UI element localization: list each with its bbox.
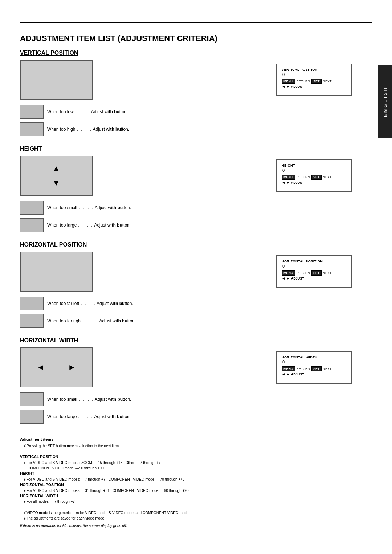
notes-hw-text: ¥ For all modes: —7 through +7 [24,499,356,504]
section-title-horizontal-position: HORIZONTAL POSITION [20,241,356,248]
example-row-vp-high: When too high．．．．Adjust with button. [20,122,143,136]
screen-panel-horizontal-width: HORIZONTAL WIDTH 0 MENU RETURN SET NEXT … [276,351,356,384]
screen-buttons-hw: MENU RETURN SET NEXT [282,366,346,371]
screen-box-horizontal-width: HORIZONTAL WIDTH 0 MENU RETURN SET NEXT … [276,351,352,384]
small-box-h-small [20,201,44,215]
side-tab: ENGLISH [378,65,392,138]
screen-label-hw: HORIZONTAL WIDTH [282,355,346,359]
arrow-right-hw-screen: ► [286,372,290,376]
side-tab-label: ENGLISH [383,86,388,117]
example-row-hp-left: When too far left．．．．Adjust with button. [20,297,143,310]
example-row-vp-low: When too low．．．．Adjust with button. [20,105,143,119]
arrow-up-height: ▲ [52,164,60,172]
page-container: ENGLISH ADJUSTMENT ITEM LIST (ADJUSTMENT… [0,22,392,554]
screen-box-horizontal-position: HORIZONTAL POSITION 0 MENU RETURN SET NE… [276,255,352,288]
btn-menu-hw[interactable]: MENU [282,366,295,371]
small-box-vp-high [20,122,44,136]
btn-return-h: RETURN [297,175,310,179]
section-title-vertical-position: VERTICAL POSITION [20,50,356,56]
arrow-line-hw: ———— [46,365,66,370]
small-box-vp-low [20,105,44,119]
notes-vp-label: VERTICAL POSITION [20,454,356,460]
arrow-left-hpos: ◄ [282,276,285,280]
screen-adjust-row-hpos: ◄ ► ADJUST [282,276,346,280]
screen-buttons-hpos: MENU RETURN SET NEXT [282,270,346,276]
example-row-h-large: When too large．．．．Adjust with button. [20,218,143,232]
arrow-right-vp: ► [286,85,290,89]
notes-footer-2: ¥ The adjustments are saved for each vid… [24,516,356,521]
screen-value-hpos: 0 [282,264,346,268]
small-box-hp-left [20,297,44,310]
adjust-label-h: ADJUST [291,181,304,184]
example-text-hp-right: When too far right．．．．Adjust with button… [47,318,136,324]
btn-set-h[interactable]: SET [311,175,322,180]
example-text-hp-left: When too far left．．．．Adjust with button. [47,301,133,307]
notes-hw-label: HORIZONTAL WIDTH [20,493,356,499]
small-box-hw-large [20,410,44,424]
arrow-right-hpos: ► [286,276,290,280]
section-body-vertical-position: When too low．．．．Adjust with button. When… [20,60,356,138]
screen-adjust-row-h: ◄ ► ADJUST [282,180,346,184]
arrow-line-height: │ [55,173,58,178]
btn-set-hpos[interactable]: SET [311,270,322,276]
main-diagram-height: ▲ │ ▼ [20,156,93,196]
example-text-vp-high: When too high．．．．Adjust with button. [47,126,129,133]
notes-h-label: HEIGHT [20,471,356,477]
example-row-hw-large: When too large．．．．Adjust with button. [20,410,143,424]
btn-next-vp: NEXT [323,80,332,83]
screen-panel-vertical-position: VERTICAL POSITION 0 MENU RETURN SET NEXT… [276,64,356,96]
btn-set-vp[interactable]: SET [311,79,322,84]
arrow-left-h: ◄ [282,180,285,184]
btn-next-h: NEXT [323,175,332,179]
arrow-horizontal-width: ◄ ———— ► [37,363,76,371]
screen-buttons-h: MENU RETURN SET NEXT [282,175,346,180]
example-text-h-small: When too small．．．．Adjust with button. [47,205,131,211]
notes-hpos-label: HORIZONTAL POSITION [20,482,356,488]
section-body-horizontal-width: ◄ ———— ► When too small．．．．Adjust with b… [20,347,356,425]
section-title-height: HEIGHT [20,146,356,152]
diagram-area-horizontal-width: ◄ ———— ► When too small．．．．Adjust with b… [20,347,143,425]
screen-adjust-row-vp: ◄ ► ADJUST [282,85,346,89]
btn-next-hpos: NEXT [323,271,332,275]
small-box-h-large [20,218,44,232]
btn-menu-vp[interactable]: MENU [282,79,295,84]
main-diagram-horizontal-position [20,252,93,292]
main-diagram-horizontal-width: ◄ ———— ► [20,347,93,387]
page-title: ADJUSTMENT ITEM LIST (ADJUSTMENT CRITERI… [20,34,356,43]
notes-footer-1: ¥ VIDEO mode is the generic term for VID… [24,510,356,516]
arrow-right-h: ► [286,180,290,184]
screen-label-vp: VERTICAL POSITION [282,68,346,72]
screen-box-height: HEIGHT 0 MENU RETURN SET NEXT ◄ ► ADJUST [276,159,352,192]
btn-next-hw: NEXT [323,367,332,371]
section-vertical-position: VERTICAL POSITION When too low．．．．Adjust… [20,50,356,138]
small-box-hw-small [20,392,44,406]
main-diagram-vertical-position [20,60,93,100]
screen-adjust-row-hw: ◄ ► ADJUST [282,372,346,376]
btn-return-vp: RETURN [297,80,310,83]
btn-menu-h[interactable]: MENU [282,175,295,180]
screen-box-vertical-position: VERTICAL POSITION 0 MENU RETURN SET NEXT… [276,64,352,96]
screen-value-vp: 0 [282,72,346,77]
section-horizontal-width: HORIZONTAL WIDTH ◄ ———— ► When too small… [20,337,356,425]
adjust-label-vp: ADJUST [291,85,304,89]
adjust-label-hw: ADJUST [291,372,304,376]
example-text-h-large: When too large．．．．Adjust with button. [47,222,131,228]
diagram-area-height: ▲ │ ▼ When too small．．．．Adjust with butt… [20,156,143,233]
example-row-hw-small: When too small．．．．Adjust with button. [20,392,143,406]
arrow-left-hw: ◄ [37,363,45,371]
screen-value-hw: 0 [282,360,346,364]
arrow-left-vp: ◄ [282,85,285,89]
section-height: HEIGHT ▲ │ ▼ When too small．．．．Adjus [20,146,356,233]
arrow-down-height: ▼ [52,179,60,187]
notes-footer-3: If there is no operation for 60 seconds,… [20,523,356,529]
notes-hpos-text: ¥ For VIDEO and S-VIDEO modes: —31 throu… [24,488,356,493]
example-text-hw-large: When too large．．．．Adjust with button. [47,414,131,420]
example-row-hp-right: When too far right．．．．Adjust with button… [20,314,143,328]
screen-label-hpos: HORIZONTAL POSITION [282,260,346,263]
adjust-label-hpos: ADJUST [291,277,304,280]
section-horizontal-position: HORIZONTAL POSITION When too far left．．．… [20,241,356,329]
section-body-horizontal-position: When too far left．．．．Adjust with button.… [20,252,356,329]
btn-set-hw[interactable]: SET [311,366,322,371]
main-content: ADJUSTMENT ITEM LIST (ADJUSTMENT CRITERI… [0,23,392,536]
btn-menu-hpos[interactable]: MENU [282,270,295,276]
